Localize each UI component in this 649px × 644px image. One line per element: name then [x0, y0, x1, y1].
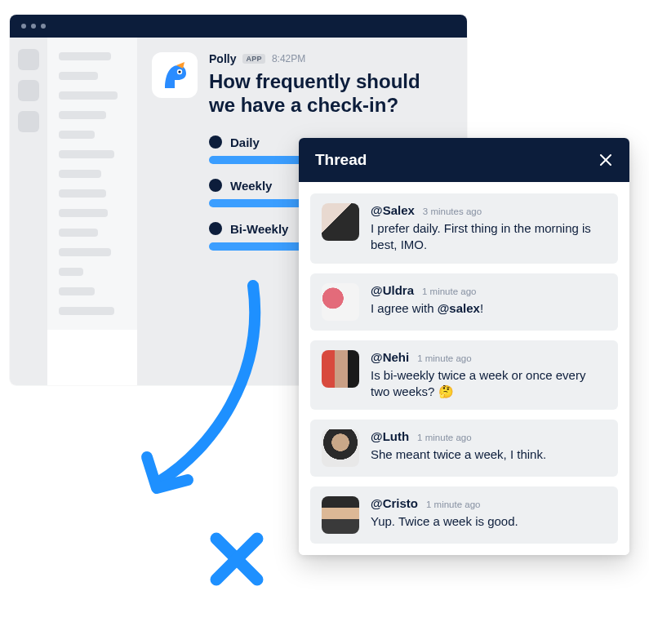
sidebar-item[interactable] — [59, 287, 95, 295]
reply-timestamp: 1 minute ago — [422, 286, 477, 296]
sidebar-item[interactable] — [59, 229, 98, 237]
reply-username[interactable]: @Uldra — [371, 283, 414, 297]
mention[interactable]: @salex — [438, 301, 480, 315]
svg-line-3 — [216, 539, 257, 580]
sidebar-item[interactable] — [59, 209, 108, 217]
thread-body: @Salex 3 minutes ago I prefer daily. Fir… — [299, 182, 629, 555]
reply-timestamp: 3 minutes ago — [423, 207, 482, 216]
app-name: Polly — [209, 52, 236, 65]
sidebar-item[interactable] — [59, 111, 106, 119]
x-mark-icon — [208, 531, 265, 588]
svg-line-2 — [216, 539, 257, 580]
reply-timestamp: 1 minute ago — [417, 353, 472, 363]
window-titlebar — [10, 15, 467, 38]
sidebar-item[interactable] — [59, 268, 83, 276]
thread-reply[interactable]: @Cristo 1 minute ago Yup. Twice a week i… — [310, 486, 618, 544]
reply-text: She meant twice a week, I think. — [371, 446, 607, 463]
reply-username[interactable]: @Nehi — [371, 350, 409, 364]
app-avatar[interactable] — [152, 52, 198, 98]
thread-header: Thread — [299, 138, 629, 182]
avatar[interactable] — [322, 283, 359, 321]
post-timestamp: 8:42PM — [272, 53, 305, 64]
poll-option-label: Weekly — [230, 179, 272, 193]
thread-title: Thread — [315, 151, 367, 169]
window-control-dot[interactable] — [21, 24, 26, 29]
reply-text-fragment: I agree with — [371, 301, 438, 315]
poll-option-label: Daily — [230, 135, 260, 149]
app-badge: APP — [242, 54, 264, 64]
radio-icon — [209, 179, 222, 192]
nav-rail — [10, 38, 47, 385]
sidebar-item[interactable] — [59, 307, 114, 315]
close-icon — [600, 154, 611, 166]
thread-reply[interactable]: @Uldra 1 minute ago I agree with @salex! — [310, 273, 618, 331]
sidebar-item[interactable] — [59, 248, 111, 256]
reply-timestamp: 1 minute ago — [417, 433, 472, 442]
thread-reply[interactable]: @Salex 3 minutes ago I prefer daily. Fir… — [310, 193, 618, 264]
reply-text: Yup. Twice a week is good. — [371, 513, 607, 530]
sidebar-item[interactable] — [59, 52, 111, 60]
avatar[interactable] — [322, 350, 359, 388]
polly-logo-icon — [158, 59, 191, 91]
sidebar-item[interactable] — [59, 131, 95, 139]
reply-text: Is bi-weekly twice a week or once every … — [371, 367, 607, 401]
reply-username[interactable]: @Luth — [371, 429, 409, 443]
poll-option-label: Bi-Weekly — [230, 222, 288, 236]
nav-item[interactable] — [18, 111, 39, 132]
reply-timestamp: 1 minute ago — [426, 500, 481, 509]
reply-username[interactable]: @Cristo — [371, 496, 418, 510]
sidebar-item[interactable] — [59, 150, 114, 158]
radio-icon — [209, 135, 222, 149]
thread-reply[interactable]: @Nehi 1 minute ago Is bi-weekly twice a … — [310, 340, 618, 411]
avatar[interactable] — [322, 429, 359, 467]
reply-text: I prefer daily. First thing in the morni… — [371, 220, 607, 254]
reply-text: I agree with @salex! — [371, 300, 607, 317]
avatar[interactable] — [322, 203, 359, 241]
svg-point-1 — [178, 70, 180, 73]
nav-item[interactable] — [18, 49, 39, 70]
nav-item[interactable] — [18, 80, 39, 101]
avatar[interactable] — [322, 496, 359, 534]
radio-icon — [209, 222, 222, 235]
reply-text-fragment: ! — [480, 301, 483, 315]
reply-username[interactable]: @Salex — [371, 203, 415, 217]
sidebar-item[interactable] — [59, 170, 101, 178]
close-button[interactable] — [598, 153, 613, 167]
thread-reply[interactable]: @Luth 1 minute ago She meant twice a wee… — [310, 420, 618, 477]
window-control-dot[interactable] — [41, 24, 46, 29]
window-control-dot[interactable] — [31, 24, 36, 29]
sidebar-item[interactable] — [59, 189, 106, 198]
poll-question: How frequently should we have a check-in… — [209, 70, 447, 118]
channel-sidebar — [47, 38, 137, 330]
sidebar-item[interactable] — [59, 72, 98, 80]
thread-panel: Thread @Salex 3 minutes ago I prefer dai… — [299, 138, 629, 555]
sidebar-item[interactable] — [59, 91, 118, 100]
